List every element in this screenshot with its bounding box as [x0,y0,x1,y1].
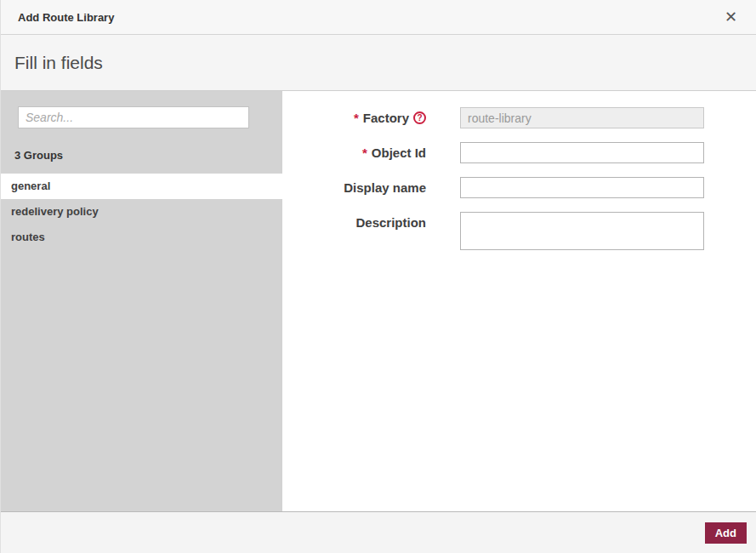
dialog-subheader: Fill in fields [1,35,756,91]
sidebar-item-general[interactable]: general [1,174,282,199]
dialog-body: 3 Groups general redelivery policy route… [1,91,756,512]
description-field-wrap [460,212,704,254]
form-row-factory: * Factory ? [282,107,756,128]
description-label: Description [282,215,426,230]
search-input[interactable] [18,106,249,128]
factory-label: * Factory ? [282,111,426,125]
display-name-field-wrap [460,177,704,198]
factory-label-text: Factory [363,111,409,125]
add-route-library-dialog: Add Route Library ✕ Fill in fields 3 Gro… [0,0,756,553]
form-content: * Factory ? * Object Id [282,91,756,511]
required-asterisk-icon: * [354,111,359,125]
form-row-description: Description [282,212,756,254]
group-list: general redelivery policy routes [1,174,282,250]
close-icon[interactable]: ✕ [719,6,742,28]
dialog-title: Add Route Library [18,11,114,24]
groups-sidebar: 3 Groups general redelivery policy route… [1,91,282,511]
page-title: Fill in fields [14,53,103,73]
sidebar-item-redelivery-policy[interactable]: redelivery policy [1,199,282,225]
sidebar-item-routes[interactable]: routes [1,225,282,250]
object-id-label: * Object Id [282,145,426,160]
dialog-footer: Add [1,512,756,553]
dialog-titlebar: Add Route Library ✕ [1,0,756,35]
display-name-input[interactable] [460,177,704,198]
help-icon[interactable]: ? [413,111,426,124]
add-button[interactable]: Add [705,522,747,544]
required-asterisk-icon: * [362,145,367,160]
display-name-label-text: Display name [344,180,426,195]
display-name-label: Display name [282,180,426,195]
factory-field-wrap [460,107,704,128]
factory-input [460,107,704,128]
form-row-display-name: Display name [282,177,756,198]
object-id-field-wrap [460,142,704,163]
search-wrap [1,91,282,128]
object-id-input[interactable] [460,142,704,163]
form-row-object-id: * Object Id [282,142,756,163]
description-textarea[interactable] [460,212,704,250]
groups-count-label: 3 Groups [14,149,282,162]
description-label-text: Description [355,215,426,230]
object-id-label-text: Object Id [372,145,426,160]
